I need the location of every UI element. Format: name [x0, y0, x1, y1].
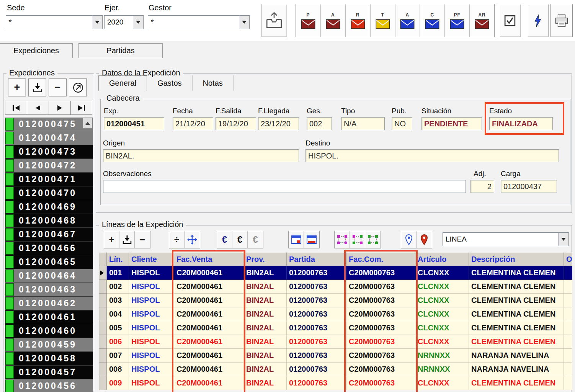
row-selector[interactable] — [99, 363, 107, 376]
expedition-list-item[interactable]: 012000466 — [5, 242, 93, 255]
cell-ob[interactable] — [564, 349, 572, 363]
column-header-articulo[interactable]: Artículo — [415, 252, 469, 266]
pin-red-button[interactable] — [417, 231, 432, 248]
table-row-004[interactable]: 004HISPOLC20M000461BIN2AL012000763C20M00… — [99, 307, 572, 321]
row-selector[interactable] — [99, 335, 107, 349]
divide-button[interactable]: ÷ — [169, 231, 185, 248]
column-header-ob[interactable]: Ob — [564, 252, 572, 266]
chevron-down-icon[interactable] — [558, 233, 568, 246]
destino-value[interactable]: HISPOL. — [305, 149, 559, 162]
row-selector[interactable] — [99, 307, 107, 321]
expedition-list-item[interactable]: 012000463 — [5, 283, 93, 297]
field-pub-value[interactable]: NO — [392, 117, 412, 130]
cell-partida[interactable]: 012000763 — [287, 335, 346, 349]
field-estado-value[interactable]: FINALIZADA — [489, 117, 553, 130]
cell-faccom[interactable]: C20M000763 — [346, 349, 415, 363]
mail-r-button[interactable]: R — [346, 4, 371, 37]
expedition-list-item[interactable]: 012000471 — [5, 173, 93, 186]
cell-lin[interactable]: 006 — [107, 335, 129, 349]
table-row-008[interactable]: 008HISPOLC20M000461BIN2AL012000763C20M00… — [99, 363, 572, 376]
table-row-001[interactable]: 001HISPOLC20M000461BIN2AL012000763C20M00… — [99, 266, 572, 280]
cell-prov[interactable]: BIN2AL — [244, 321, 287, 335]
mail-a-button[interactable]: A — [395, 4, 420, 37]
expedition-list-item[interactable]: 012000475 — [5, 118, 93, 131]
cell-lin[interactable]: 005 — [107, 321, 129, 335]
tab-partidas[interactable]: Partidas — [78, 43, 163, 58]
cell-cliente[interactable]: HISPOL — [129, 335, 174, 349]
sede-select[interactable]: * — [6, 15, 103, 29]
cell-facventa[interactable]: C20M000461 — [174, 376, 244, 390]
cell-partida[interactable]: 012000763 — [287, 349, 346, 363]
cell-cliente[interactable]: HISPOL — [129, 307, 174, 321]
cell-desc[interactable]: CLEMENTINA CLEMEN — [469, 294, 564, 307]
expedition-list-item[interactable]: 012000474 — [5, 131, 93, 145]
cell-articulo[interactable]: CLCNXX — [415, 335, 469, 349]
row-selector[interactable] — [99, 376, 107, 390]
cell-desc[interactable]: NARANJA NAVELINA — [469, 363, 564, 376]
cell-facventa[interactable]: C20M000461 — [174, 335, 244, 349]
expedition-list-item[interactable]: 012000460 — [5, 324, 93, 338]
cell-articulo[interactable]: CLCNXX — [415, 266, 469, 280]
cell-partida[interactable]: 012000763 — [287, 376, 346, 390]
cell-prov[interactable]: BIN2AL — [244, 349, 287, 363]
cell-lin[interactable]: 003 — [107, 294, 129, 307]
cell-cliente[interactable]: HISPOL — [129, 294, 174, 307]
cell-faccom[interactable]: C20M000763 — [346, 294, 415, 307]
cell-desc[interactable]: CLEMENTINA CLEMEN — [469, 266, 564, 280]
cell-lin[interactable]: 001 — [107, 266, 129, 280]
prev-record-button[interactable] — [27, 101, 49, 115]
field-situacion-value[interactable]: PENDIENTE — [421, 117, 482, 130]
cell-faccom[interactable]: C20M000763 — [346, 280, 415, 294]
column-header-cliente[interactable]: Cliente — [129, 252, 174, 266]
scroll-up-button[interactable] — [83, 118, 92, 129]
field-ges-value[interactable]: 002 — [307, 117, 332, 130]
cell-prov[interactable]: BIN2AL — [244, 266, 287, 280]
expedition-list-item[interactable]: 012000472 — [5, 159, 93, 173]
minus-button[interactable]: − — [135, 231, 150, 248]
expedition-list-item[interactable]: 012000470 — [5, 186, 93, 200]
expedition-list-item[interactable]: 012000469 — [5, 200, 93, 214]
expedition-list-item[interactable]: 012000459 — [5, 338, 93, 352]
expedition-list-item[interactable]: 012000456 — [5, 379, 93, 392]
print-button[interactable] — [550, 4, 573, 37]
cell-prov[interactable]: BIN2AL — [244, 363, 287, 376]
first-record-button[interactable] — [5, 101, 27, 115]
adj-value[interactable]: 2 — [470, 180, 494, 193]
cell-desc[interactable]: CLEMENTINA CLEMEN — [469, 376, 564, 390]
cell-ob[interactable] — [564, 280, 572, 294]
mail-p-button[interactable]: P — [296, 4, 321, 37]
table-row-007[interactable]: 007HISPOLC20M000461BIN2AL012000763C20M00… — [99, 349, 572, 363]
cell-facventa[interactable]: C20M000461 — [174, 294, 244, 307]
cell-lin[interactable]: 008 — [107, 363, 129, 376]
cell-prov[interactable]: BIN2AL — [244, 335, 287, 349]
field-fecha-value[interactable]: 21/12/20 — [173, 117, 213, 130]
euro-2-button[interactable]: € — [232, 231, 248, 248]
table-row-003[interactable]: 003HISPOLC20M000461BIN2AL012000763C20M00… — [99, 294, 572, 307]
cell-prov[interactable]: BIN2AL — [244, 280, 287, 294]
expedition-list-item[interactable]: 012000464 — [5, 269, 93, 283]
row-selector[interactable] — [99, 294, 107, 307]
cell-cliente[interactable]: HISPOL — [129, 280, 174, 294]
confirm-button[interactable] — [499, 4, 521, 37]
expedition-list-item[interactable]: 012000457 — [5, 366, 93, 379]
carga-value[interactable]: 012000437 — [501, 180, 557, 193]
cell-facventa[interactable]: C20M000461 — [174, 307, 244, 321]
row-selector[interactable] — [99, 349, 107, 363]
expedition-list-item[interactable]: 012000461 — [5, 310, 93, 324]
move-button[interactable] — [185, 231, 200, 248]
chevron-down-icon[interactable] — [92, 16, 102, 29]
chevron-down-icon[interactable] — [133, 16, 143, 29]
euro-3-button[interactable]: € — [248, 231, 263, 248]
expedition-list-item[interactable]: 012000462 — [5, 297, 93, 310]
column-header-lin[interactable]: Lín. — [107, 252, 129, 266]
cell-partida[interactable]: 012000763 — [287, 321, 346, 335]
cell-articulo[interactable]: CLCNXX — [415, 376, 469, 390]
cell-partida[interactable]: 012000763 — [287, 294, 346, 307]
cell-cliente[interactable]: HISPOL — [129, 349, 174, 363]
cell-cliente[interactable]: HISPOL — [129, 321, 174, 335]
gestor-select[interactable]: * — [148, 15, 250, 29]
cell-articulo[interactable]: CLCNXX — [415, 307, 469, 321]
select-mixed-button[interactable] — [350, 231, 365, 248]
cell-cliente[interactable]: HISPOL — [129, 376, 174, 390]
goto-record-button[interactable] — [69, 78, 87, 96]
